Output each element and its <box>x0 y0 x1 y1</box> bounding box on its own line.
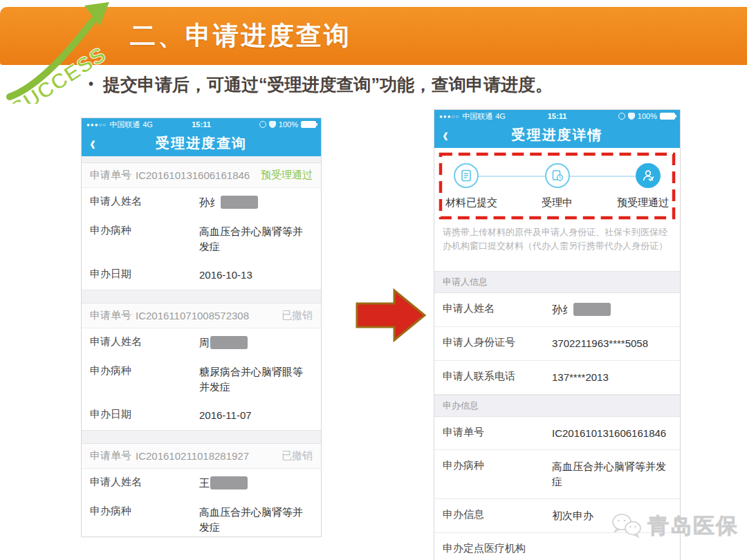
row-label: 申请人身份证号 <box>443 336 552 349</box>
row-label: 申请人联系电话 <box>443 370 552 383</box>
network-type-label: 4G <box>142 120 153 129</box>
network-type-label: 4G <box>495 112 506 120</box>
order-number-value: IC201611071008572308 <box>136 310 249 321</box>
row-value: 3702211963****5058 <box>552 336 648 351</box>
row-value: 糖尿病合并心脑肾眼等并发症 <box>199 364 313 395</box>
rotation-lock-icon <box>259 121 266 128</box>
rotation-lock-icon <box>618 113 625 120</box>
signal-strength-icon: ●●●○○ <box>439 113 459 120</box>
shield-icon <box>628 113 635 120</box>
red-dashed-highlight <box>439 152 676 220</box>
battery-percent-label: 100% <box>638 112 657 120</box>
status-badge: 预受理通过 <box>261 169 313 182</box>
bullet-text: 提交申请后，可通过“受理进度查询”功能，查询申请进度。 <box>103 73 553 96</box>
row-label: 申办病种 <box>90 505 199 518</box>
redacted-name-box <box>210 476 248 489</box>
shield-icon <box>269 121 276 128</box>
detail-row: 申请人姓名 孙纟 <box>434 293 680 327</box>
row-value: 137****2013 <box>552 370 609 385</box>
success-text: SUCCESS <box>6 42 111 104</box>
row-value: 初次申办 <box>552 508 593 523</box>
status-bar: ●●●○○ 中国联通 4G 15:11 100% <box>434 110 680 122</box>
row-value: 孙纟 <box>199 196 220 208</box>
detail-row: 申办信息 初次申办 <box>434 499 680 533</box>
list-row: 申办病种 高血压合并心脑肾等并发症 <box>82 217 321 261</box>
row-label: 申办病种 <box>443 459 552 472</box>
nav-bar: ‹ 受理进度查询 <box>82 131 321 156</box>
row-label: 申请人姓名 <box>90 335 199 348</box>
row-label: 申请人姓名 <box>90 476 199 489</box>
status-badge: 已撤销 <box>282 309 313 322</box>
row-label: 申办定点医疗机构 <box>443 542 622 555</box>
row-value: 孙纟 <box>552 304 573 315</box>
redacted-name-box <box>221 196 258 209</box>
section-header: 申请人信息 <box>434 271 680 293</box>
success-arrow-graphic: SUCCESS <box>0 0 121 104</box>
order-number-value: IC201610211018281927 <box>136 450 249 462</box>
detail-row: 申请人身份证号 3702211963****5058 <box>434 327 680 361</box>
row-label: 申请单号 <box>443 426 552 439</box>
slide: 二、申请进度查询 SUCCESS • 提交申请后，可通过“受理进度查询”功能，查… <box>0 0 747 560</box>
back-icon[interactable]: ‹ <box>90 131 95 156</box>
row-value: 高血压合并心脑肾等并发症 <box>199 224 313 254</box>
row-value: 高血压合并心脑肾等并发症 <box>552 459 672 489</box>
detail-row: 申请单号 IC201610131606161846 <box>434 417 680 451</box>
progress-stepper: 材料已提交 受理中 预受理通过 <box>439 152 676 220</box>
signal-strength-icon: ●●●○○ <box>86 122 107 128</box>
order-number-label: 申请单号 <box>90 169 131 182</box>
detail-row: 申请人联系电话 137****2013 <box>434 361 680 395</box>
order-number-label: 申请单号 <box>90 449 131 463</box>
application-entry[interactable]: 申请单号 IC201610211018281927 已撤销 申请人姓名 王 申办… <box>82 443 321 537</box>
screen-title: 受理进度详情 <box>434 126 680 144</box>
row-value: 高血压合并心脑肾等并发症 <box>199 505 313 535</box>
row-label: 申办信息 <box>443 508 552 521</box>
row-value: 王 <box>199 477 210 489</box>
status-bar: ●●●○○ 中国联通 4G 15:11 100% <box>82 118 321 131</box>
row-label: 申办日期 <box>90 268 199 281</box>
application-entry[interactable]: 申请单号 IC201611071008572308 已撤销 申请人姓名 周 申办… <box>82 303 321 431</box>
section-header: 申办信息 <box>434 395 680 417</box>
application-entry-header[interactable]: 申请单号 IC201611071008572308 已撤销 <box>82 304 321 328</box>
row-value: IC201610131606161846 <box>552 426 666 441</box>
carrier-label: 中国联通 <box>109 120 140 130</box>
order-number-label: 申请单号 <box>90 309 131 322</box>
detail-row: 申办病种 高血压合并心脑肾等并发症 <box>434 450 680 499</box>
list-row: 申办日期 2016-11-07 <box>82 401 321 430</box>
battery-percent-label: 100% <box>279 120 298 129</box>
notice-text: 请携带上传材料的原件及申请人身份证、社保卡到医保经办机构窗口提交材料（代办人需另… <box>434 220 680 260</box>
progress-detail-screen: ●●●○○ 中国联通 4G 15:11 100% ‹ 受理进度详情 <box>434 109 681 560</box>
list-row: 申办病种 高血压合并心脑肾等并发症 <box>82 498 321 537</box>
back-icon[interactable]: ‹ <box>443 123 448 147</box>
red-arrow-icon <box>354 287 427 344</box>
carrier-label: 中国联通 <box>462 111 492 122</box>
bullet-line: • 提交申请后，可通过“受理进度查询”功能，查询申请进度。 <box>89 73 697 96</box>
application-entry[interactable]: 申请单号 IC201610131606161846 预受理通过 申请人姓名 孙纟… <box>82 162 321 290</box>
row-value: 2016-10-13 <box>199 268 313 283</box>
list-row: 申请人姓名 孙纟 <box>82 188 321 217</box>
row-label: 申请人姓名 <box>90 195 199 208</box>
application-entry-header[interactable]: 申请单号 IC201610211018281927 已撤销 <box>82 444 321 469</box>
row-value: 2016-11-07 <box>199 408 313 423</box>
status-badge: 已撤销 <box>282 449 313 463</box>
row-label: 申办病种 <box>90 364 199 377</box>
detail-row: 申办定点医疗机构 <box>434 533 680 560</box>
redacted-name-box <box>573 303 611 316</box>
clock-label: 15:11 <box>548 112 567 120</box>
row-label: 申办日期 <box>90 408 199 421</box>
application-entry-header[interactable]: 申请单号 IC201610131606161846 预受理通过 <box>82 163 321 188</box>
list-row: 申办日期 2016-10-13 <box>82 261 321 290</box>
row-label: 申办病种 <box>90 224 199 237</box>
list-row: 申请人姓名 周 <box>82 328 321 357</box>
battery-icon <box>660 113 675 120</box>
clock-label: 15:11 <box>192 120 211 129</box>
list-row: 申办病种 糖尿病合并心脑肾眼等并发症 <box>82 357 321 402</box>
page-title: 二、申请进度查询 <box>130 19 351 53</box>
row-label: 申请人姓名 <box>443 302 552 315</box>
list-row: 申请人姓名 王 <box>82 469 321 498</box>
battery-icon <box>301 121 316 128</box>
progress-list-screen: ●●●○○ 中国联通 4G 15:11 100% ‹ 受理进度查询 申请单号 I… <box>81 118 322 537</box>
spacer <box>434 260 680 271</box>
order-number-value: IC201610131606161846 <box>136 169 250 181</box>
row-value: 周 <box>199 337 210 348</box>
screen-title: 受理进度查询 <box>82 134 321 153</box>
